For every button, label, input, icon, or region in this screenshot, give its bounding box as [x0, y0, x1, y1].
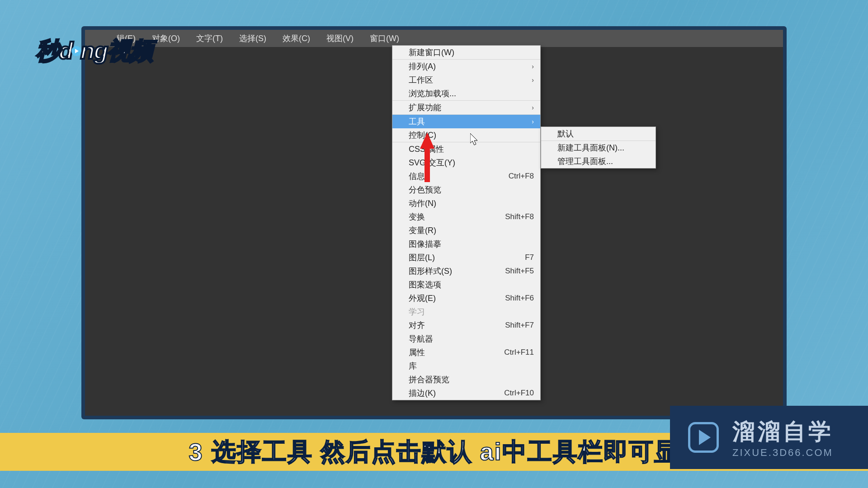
- menu-item-label: 库: [409, 361, 417, 371]
- menu-navigator[interactable]: 导航器: [392, 332, 540, 346]
- menu-item-label: SVG 交互(Y): [409, 157, 455, 168]
- menu-item-label: CSS 属性: [409, 144, 444, 155]
- menu-item-label: 外观(E): [409, 293, 436, 304]
- watermark-text-suffix: ng视频: [80, 35, 153, 67]
- menu-info[interactable]: 信息Ctrl+F8: [392, 169, 540, 183]
- menu-item-label: 分色预览: [409, 184, 441, 195]
- menu-item-label: 动作(N): [409, 198, 436, 209]
- menu-graphic-styles[interactable]: 图形样式(S)Shift+F5: [392, 264, 540, 278]
- menu-item-shortcut: Shift+F5: [505, 267, 534, 276]
- menu-new-window[interactable]: 新建窗口(W): [392, 46, 540, 59]
- menu-item-shortcut: Ctrl+F11: [504, 348, 534, 357]
- menu-extensions[interactable]: 扩展功能 ›: [392, 101, 540, 114]
- menu-item-label: 图形样式(S): [409, 266, 452, 277]
- brand-text: 溜溜自学 ZIXUE.3D66.COM: [732, 417, 834, 459]
- menu-image-trace[interactable]: 图像描摹: [392, 237, 540, 251]
- dropdown-section: 排列(A) › 工作区 › 浏览加载项...: [392, 59, 540, 100]
- menu-attributes[interactable]: 属性Ctrl+F11: [392, 346, 540, 359]
- menu-item-label: 拼合器预览: [409, 374, 449, 385]
- menu-item-label: 控制(C): [409, 130, 436, 141]
- menu-stroke[interactable]: 描边(K)Ctrl+F10: [392, 386, 540, 400]
- subtitle-text: 选择工具 然后点击默认 ai中工具栏即可显: [212, 436, 679, 469]
- dropdown-section: 新建工具面板(N)... 管理工具面板...: [541, 141, 656, 168]
- menu-item-label: 变换: [409, 211, 425, 222]
- menu-item-shortcut: Ctrl+F8: [509, 172, 534, 181]
- menu-item-shortcut: Shift+F6: [505, 294, 534, 303]
- dropdown-section: 默认: [541, 127, 656, 141]
- dropdown-section: 工具 › 控制(C): [392, 114, 540, 142]
- menu-item-label: 新建工具面板(N)...: [557, 142, 624, 153]
- tools-submenu: 默认 新建工具面板(N)... 管理工具面板...: [541, 127, 656, 169]
- menu-item-shortcut: Ctrl+F10: [504, 389, 534, 398]
- dropdown-section: 新建窗口(W): [392, 46, 540, 59]
- menu-item-label: 图像描摹: [409, 239, 441, 249]
- submenu-arrow-icon: ›: [532, 118, 534, 125]
- watermark-logo: 秒d ng视频: [36, 35, 152, 67]
- brand-play-icon: [688, 422, 719, 453]
- menu-object[interactable]: 对象(O): [147, 30, 184, 47]
- menu-item-label: 图层(L): [409, 252, 435, 263]
- menu-item-label: 属性: [409, 347, 425, 358]
- submenu-arrow-icon: ›: [532, 76, 534, 84]
- menu-flattener-preview[interactable]: 拼合器预览: [392, 373, 540, 386]
- menu-window[interactable]: 窗口(W): [365, 30, 404, 47]
- menu-appearance[interactable]: 外观(E)Shift+F6: [392, 291, 540, 305]
- brand-box: 溜溜自学 ZIXUE.3D66.COM: [670, 406, 868, 469]
- watermark-text-prefix: 秒d: [36, 35, 72, 67]
- menu-select[interactable]: 选择(S): [235, 30, 271, 47]
- menu-pattern-options[interactable]: 图案选项: [392, 278, 540, 291]
- menu-item-label: 图案选项: [409, 279, 441, 290]
- dropdown-section: CSS 属性 SVG 交互(Y) 信息Ctrl+F8 分色预览 动作(N) 变换…: [392, 142, 540, 400]
- menu-item-label: 浏览加载项...: [409, 88, 456, 99]
- window-dropdown-menu: 新建窗口(W) 排列(A) › 工作区 › 浏览加载项... 扩展功能 › 工具…: [392, 45, 541, 400]
- menu-workspace[interactable]: 工作区 ›: [392, 73, 540, 87]
- menu-separations-preview[interactable]: 分色预览: [392, 183, 540, 197]
- submenu-default[interactable]: 默认: [541, 127, 656, 141]
- menu-variables[interactable]: 变量(R): [392, 224, 540, 237]
- menu-actions[interactable]: 动作(N): [392, 197, 540, 210]
- submenu-arrow-icon: ›: [532, 104, 534, 111]
- menu-learn: 学习: [392, 305, 540, 319]
- menu-item-label: 学习: [409, 306, 425, 317]
- submenu-arrow-icon: ›: [532, 63, 534, 70]
- brand-url: ZIXUE.3D66.COM: [732, 447, 834, 459]
- menu-layers[interactable]: 图层(L)F7: [392, 251, 540, 264]
- menu-item-label: 对齐: [409, 320, 425, 331]
- menu-item-label: 扩展功能: [409, 102, 441, 113]
- menu-align[interactable]: 对齐Shift+F7: [392, 319, 540, 332]
- menu-css-properties[interactable]: CSS 属性: [392, 142, 540, 156]
- menu-item-label: 工具: [409, 116, 425, 127]
- submenu-new-tools-panel[interactable]: 新建工具面板(N)...: [541, 141, 656, 155]
- menu-type[interactable]: 文字(T): [192, 30, 227, 47]
- menu-item-label: 新建窗口(W): [409, 47, 454, 58]
- submenu-manage-tools-panel[interactable]: 管理工具面板...: [541, 155, 656, 168]
- brand-title: 溜溜自学: [732, 417, 834, 447]
- menu-browse-addons[interactable]: 浏览加载项...: [392, 87, 540, 100]
- menu-item-label: 导航器: [409, 333, 433, 344]
- menu-item-label: 变量(R): [409, 225, 436, 236]
- menu-effect[interactable]: 效果(C): [278, 30, 315, 47]
- menu-transform[interactable]: 变换Shift+F8: [392, 210, 540, 224]
- menu-item-shortcut: F7: [525, 253, 534, 262]
- menu-item-label: 描边(K): [409, 388, 436, 399]
- watermark-play-icon: [71, 46, 81, 56]
- menu-item-shortcut: Shift+F8: [505, 212, 534, 221]
- menu-arrange[interactable]: 排列(A) ›: [392, 60, 540, 73]
- menu-item-label: 默认: [557, 128, 574, 139]
- menu-libraries[interactable]: 库: [392, 359, 540, 373]
- menu-control[interactable]: 控制(C): [392, 128, 540, 142]
- menu-bar: 辑(E) 对象(O) 文字(T) 选择(S) 效果(C) 视图(V) 窗口(W): [85, 30, 783, 47]
- subtitle-step-number: 3: [189, 438, 202, 466]
- dropdown-section: 扩展功能 ›: [392, 100, 540, 114]
- menu-tools[interactable]: 工具 ›: [392, 115, 540, 128]
- menu-item-label: 信息: [409, 171, 425, 182]
- menu-item-label: 工作区: [409, 75, 433, 85]
- menu-view[interactable]: 视图(V): [322, 30, 358, 47]
- menu-svg-interactivity[interactable]: SVG 交互(Y): [392, 156, 540, 169]
- menu-item-label: 排列(A): [409, 61, 436, 72]
- menu-item-shortcut: Shift+F7: [505, 321, 534, 330]
- menu-item-label: 管理工具面板...: [557, 156, 613, 167]
